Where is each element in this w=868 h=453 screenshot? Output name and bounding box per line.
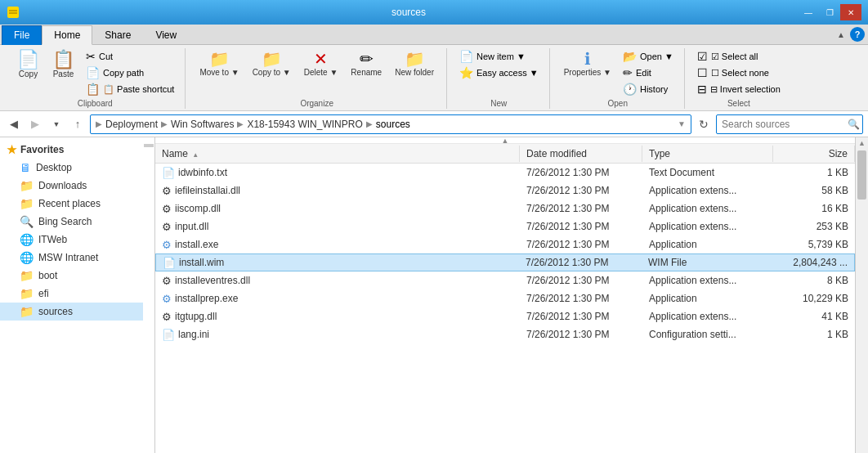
tab-file[interactable]: File [2,25,42,45]
col-header-size[interactable]: Size [773,146,855,162]
easy-access-button[interactable]: ⭐ Easy access ▼ [455,65,543,81]
file-name-3: ⚙ input.dll [155,219,520,235]
open-button[interactable]: 📂 Open ▼ [619,48,678,65]
file-icon-8: ⚙ [162,311,172,323]
new-item-button[interactable]: 📄 New item ▼ [455,48,543,65]
ribbon-help-button[interactable]: ? [850,27,865,42]
paste-shortcut-button[interactable]: 📋 📋 Paste shortcut [82,81,178,97]
ribbon: File Home Share View ▲ ? 📄 Copy 📋 Paste [0,25,868,111]
ribbon-tabs: File Home Share View ▲ ? [0,25,868,45]
table-row[interactable]: ⚙ install.exe 7/26/2012 1:30 PM Applicat… [155,235,855,253]
rename-button[interactable]: ✏ Rename [345,48,387,79]
file-icon-5: 📄 [163,257,176,269]
itweb-icon: 🌐 [20,233,34,246]
scroll-thumb[interactable] [857,150,866,200]
vertical-scrollbar[interactable]: ▲ ▼ [855,137,868,453]
table-row[interactable]: 📄 idwbinfo.txt 7/26/2012 1:30 PM Text Do… [155,164,855,182]
tab-home[interactable]: Home [42,25,92,45]
file-name-1: ⚙ iefileinstallai.dll [155,183,520,199]
sort-arrow: ▲ [192,151,199,159]
table-row[interactable]: 📄 install.wim 7/26/2012 1:30 PM WIM File… [155,253,855,271]
delete-button[interactable]: ✕ Delete ▼ [298,48,344,79]
select-buttons: ☑ ☑ Select all ☐ ☐ Select none ⊟ ⊟ Inver… [693,48,785,97]
table-row[interactable]: ⚙ itgtupg.dll 7/26/2012 1:30 PM Applicat… [155,307,855,325]
new-folder-button[interactable]: 📁 New folder [389,48,440,79]
invert-selection-button[interactable]: ⊟ ⊟ Invert selection [693,81,785,97]
minimize-button[interactable]: — [798,4,819,20]
search-box[interactable]: 🔍 [716,114,863,134]
file-date-9: 7/26/2012 1:30 PM [520,327,642,342]
search-icon: 🔍 [848,119,860,130]
new-item-icon: 📄 [459,50,473,63]
favorites-section: ★ Favorites 🖥 Desktop 📁 Downloads 📁 Rece… [0,141,154,321]
sidebar-item-msw[interactable]: 🌐 MSW Intranet [0,249,143,267]
file-icon-7: ⚙ [162,293,172,305]
properties-button[interactable]: ℹ Properties ▼ [558,48,617,79]
file-list-body: 📄 idwbinfo.txt 7/26/2012 1:30 PM Text Do… [155,164,855,453]
copy-to-button[interactable]: 📁 Copy to ▼ [247,48,297,79]
search-input[interactable] [722,119,844,130]
maximize-button[interactable]: ❐ [819,4,840,20]
tab-view[interactable]: View [143,25,189,45]
ribbon-collapse-button[interactable]: ▲ [832,25,850,43]
paste-button[interactable]: 📋 Paste [47,48,80,81]
sidebar-item-downloads[interactable]: 📁 Downloads [0,177,143,195]
tab-share[interactable]: Share [92,25,143,45]
path-deployment[interactable]: Deployment [105,119,158,130]
sidebar-item-itweb[interactable]: 🌐 ITWeb [0,231,143,249]
sidebar-item-efi[interactable]: 📁 efi [0,285,143,303]
path-separator-1: ▶ [161,119,168,128]
copy-path-button[interactable]: 📄 Copy path [82,65,178,81]
table-row[interactable]: 📄 lang.ini 7/26/2012 1:30 PM Configurati… [155,325,855,343]
select-small-buttons: ☑ ☑ Select all ☐ ☐ Select none ⊟ ⊟ Inver… [693,48,785,97]
table-row[interactable]: ⚙ iiscomp.dll 7/26/2012 1:30 PM Applicat… [155,200,855,218]
edit-button[interactable]: ✏ Edit [619,65,678,81]
sidebar-item-sources[interactable]: 📁 sources [0,303,143,321]
file-icon-9: 📄 [162,329,175,341]
forward-button[interactable]: ▶ [26,115,44,133]
sidebar-item-desktop[interactable]: 🖥 Desktop [0,159,143,177]
sidebar: ★ Favorites 🖥 Desktop 📁 Downloads 📁 Rece… [0,137,155,453]
close-button[interactable]: ✕ [840,4,861,20]
col-header-type[interactable]: Type [642,146,773,162]
recent-locations-button[interactable]: ▼ [47,115,65,133]
path-x18[interactable]: X18-15943 WIN_WINPRO [247,119,362,130]
sidebar-item-boot[interactable]: 📁 boot [0,267,143,285]
history-button[interactable]: 🕐 History [619,81,678,97]
select-none-button[interactable]: ☐ ☐ Select none [693,65,785,81]
organize-buttons: 📁 Move to ▼ 📁 Copy to ▼ ✕ Delete ▼ ✏ Ren… [194,48,440,97]
recent-icon: 📁 [20,197,34,210]
select-all-button[interactable]: ☑ ☑ Select all [693,48,785,65]
file-date-3: 7/26/2012 1:30 PM [520,219,642,234]
file-icon-0: 📄 [162,167,175,179]
scroll-up-arrow[interactable]: ▲ [858,139,866,147]
col-header-date[interactable]: Date modified [520,146,642,162]
sidebar-item-bing[interactable]: 🔍 Bing Search [0,213,143,231]
table-row[interactable]: ⚙ installeventres.dll 7/26/2012 1:30 PM … [155,271,855,289]
address-path[interactable]: ▶ Deployment ▶ Win Softwares ▶ X18-15943… [90,114,691,134]
file-date-0: 7/26/2012 1:30 PM [520,165,642,180]
back-button[interactable]: ◀ [5,115,23,133]
table-row[interactable]: ⚙ iefileinstallai.dll 7/26/2012 1:30 PM … [155,182,855,200]
open-icon: 📂 [623,50,637,63]
copy-button[interactable]: 📄 Copy [11,48,45,81]
path-dropdown-icon[interactable]: ▼ [678,119,686,128]
file-type-0: Text Document [642,165,773,180]
path-sources[interactable]: sources [376,119,410,130]
table-row[interactable]: ⚙ input.dll 7/26/2012 1:30 PM Applicatio… [155,218,855,235]
col-header-name[interactable]: Name ▲ [155,146,520,162]
up-button[interactable]: ↑ [69,115,87,133]
file-size-5: 2,804,243 ... [772,255,854,270]
sidebar-item-recent[interactable]: 📁 Recent places [0,195,143,213]
file-name-9: 📄 lang.ini [155,327,520,343]
favorites-header[interactable]: ★ Favorites [0,141,143,159]
file-icon-1: ⚙ [162,185,172,197]
cut-button[interactable]: ✂ Cut [82,48,178,65]
svg-rect-2 [9,12,17,14]
move-to-button[interactable]: 📁 Move to ▼ [194,48,244,79]
refresh-button[interactable]: ↻ [695,115,713,133]
table-row[interactable]: ⚙ installprep.exe 7/26/2012 1:30 PM Appl… [155,289,855,307]
path-win-softwares[interactable]: Win Softwares [171,119,234,130]
organize-label: Organize [300,99,333,109]
msw-icon: 🌐 [20,251,34,264]
